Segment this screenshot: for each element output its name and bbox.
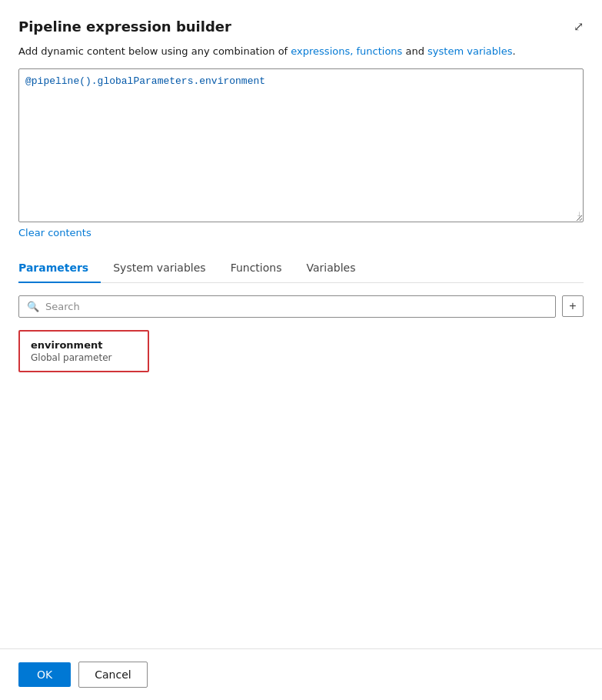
- tab-system-variables[interactable]: System variables: [101, 254, 218, 283]
- expand-icon[interactable]: ⤢: [574, 19, 584, 34]
- system-variables-link[interactable]: system variables: [427, 45, 512, 57]
- description-text-2: and: [402, 45, 427, 57]
- parameter-type: Global parameter: [31, 352, 137, 363]
- footer: OK Cancel: [0, 648, 602, 700]
- description-text-3: .: [512, 45, 515, 57]
- search-box: 🔍: [18, 295, 556, 318]
- cancel-button[interactable]: Cancel: [78, 662, 147, 688]
- tab-functions[interactable]: Functions: [218, 254, 294, 283]
- description: Add dynamic content below using any comb…: [18, 44, 584, 59]
- dialog-title: Pipeline expression builder: [18, 18, 231, 35]
- parameters-list: environment Global parameter: [18, 330, 584, 372]
- resize-handle: ⟊: [577, 210, 582, 221]
- parameter-card-environment[interactable]: environment Global parameter: [18, 330, 149, 372]
- search-input[interactable]: [45, 301, 547, 312]
- search-row: 🔍 +: [18, 295, 584, 318]
- search-icon: 🔍: [27, 301, 39, 312]
- tab-variables[interactable]: Variables: [294, 254, 368, 283]
- add-button[interactable]: +: [562, 295, 584, 317]
- tabs-bar: Parameters System variables Functions Va…: [18, 254, 584, 283]
- tab-parameters[interactable]: Parameters: [18, 254, 101, 283]
- expression-builder-dialog: Pipeline expression builder ⤢ Add dynami…: [0, 0, 602, 648]
- expression-editor[interactable]: @pipeline().globalParameters.environment: [18, 68, 584, 222]
- parameter-name: environment: [31, 339, 137, 351]
- clear-contents-link[interactable]: Clear contents: [18, 227, 584, 238]
- description-text-1: Add dynamic content below using any comb…: [18, 45, 291, 57]
- expression-text: @pipeline().globalParameters.environment: [25, 75, 265, 87]
- ok-button[interactable]: OK: [18, 662, 71, 687]
- title-row: Pipeline expression builder ⤢: [18, 18, 584, 35]
- expressions-functions-link[interactable]: expressions, functions: [291, 45, 402, 57]
- editor-wrapper: @pipeline().globalParameters.environment…: [18, 68, 584, 222]
